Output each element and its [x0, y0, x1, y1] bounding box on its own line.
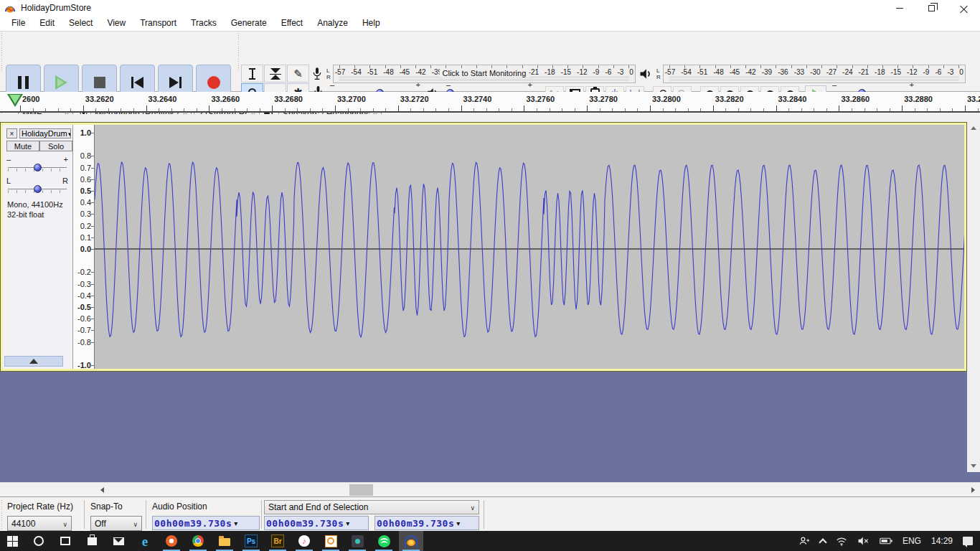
timeline-major-tick: [776, 105, 777, 111]
audio-position-field[interactable]: 00h00m39.730s: [152, 516, 260, 530]
taskbar-spotify[interactable]: [372, 531, 396, 551]
ruler-gap: [0, 114, 980, 122]
selection-mode-dropdown[interactable]: Start and End of Selection: [264, 500, 479, 514]
scroll-up-button[interactable]: [967, 122, 980, 134]
horizontal-scrollbar[interactable]: [0, 482, 980, 496]
amplitude-scale-tick: [91, 319, 94, 319]
minimize-icon: [896, 8, 903, 9]
timeline-major-tick: [272, 105, 273, 111]
mute-button[interactable]: Mute: [6, 141, 39, 151]
project-rate-dropdown[interactable]: 44100: [7, 516, 72, 531]
timeline-label: 33.2620: [85, 95, 114, 103]
menu-file[interactable]: File: [4, 16, 32, 31]
transport-grabber[interactable]: [1, 33, 4, 72]
timeline-label: 33.2680: [274, 95, 303, 103]
vertical-scale-ruler[interactable]: 1.00.80.70.60.50.40.30.20.10.0-0.2-0.3-0…: [73, 125, 95, 369]
track-close-button[interactable]: ×: [6, 128, 17, 138]
language-indicator[interactable]: ENG: [903, 536, 921, 546]
edge-icon: e: [142, 534, 148, 548]
timeline-label: 33.2820: [715, 95, 744, 103]
solo-button[interactable]: Solo: [39, 141, 72, 151]
track-title-dropdown[interactable]: HolidayDrum: [19, 128, 71, 138]
start-button[interactable]: [0, 531, 24, 551]
taskbar-photoshop[interactable]: Ps: [239, 531, 263, 551]
search-button[interactable]: [27, 531, 51, 551]
timeline-label: 33.2780: [589, 95, 618, 103]
menu-transport[interactable]: Transport: [133, 16, 184, 31]
battery-icon[interactable]: [880, 537, 892, 545]
taskbar-browser-orange[interactable]: [159, 531, 184, 551]
scroll-down-button[interactable]: [967, 460, 980, 472]
amplitude-scale-tick: [91, 214, 94, 215]
taskbar-file-explorer[interactable]: [212, 531, 237, 551]
draw-tool-button[interactable]: ✎: [287, 65, 309, 83]
timeline-label: 2600: [22, 95, 39, 103]
selection-toolbar-grabber[interactable]: [1, 500, 4, 529]
selection-tool-button[interactable]: [241, 65, 263, 83]
timeline-label: 33.2640: [149, 95, 177, 103]
gain-thumb[interactable]: [34, 164, 42, 171]
menu-bar: FileEditSelectViewTransportTracksGenerat…: [0, 16, 980, 32]
menu-analyze[interactable]: Analyze: [310, 16, 355, 31]
menu-select[interactable]: Select: [62, 16, 100, 31]
tray-clock[interactable]: 14:29: [931, 536, 953, 546]
timeline-major-tick: [524, 105, 524, 111]
taskbar-edge[interactable]: e: [133, 531, 157, 551]
playback-meter-toolbar[interactable]: LR -57-54-51-48-45-42-39-36-33-30-27-24-…: [639, 65, 966, 83]
taskbar-audacity[interactable]: [399, 531, 423, 551]
pan-slider[interactable]: L R: [8, 182, 67, 197]
scroll-left-button[interactable]: [95, 483, 109, 497]
menu-edit[interactable]: Edit: [32, 16, 62, 31]
restore-button[interactable]: [915, 0, 948, 16]
close-button[interactable]: [948, 0, 980, 16]
action-center-icon[interactable]: [963, 537, 973, 545]
monitoring-hint[interactable]: Click to Start Monitoring: [440, 69, 529, 77]
minimize-button[interactable]: [883, 0, 915, 16]
track-collapse-button[interactable]: [4, 356, 63, 367]
menu-view[interactable]: View: [100, 16, 133, 31]
menu-help[interactable]: Help: [355, 16, 387, 31]
timeline-ruler[interactable]: 260033.262033.264033.266033.268033.27003…: [0, 92, 980, 113]
recording-meter-toolbar[interactable]: LR -57-54-51-48-45-42-39-36-33-30-27-24-…: [311, 65, 636, 83]
record-meter-left-label: L: [326, 67, 331, 74]
people-icon[interactable]: [798, 536, 810, 546]
wifi-icon[interactable]: [836, 537, 847, 546]
envelope-tool-button[interactable]: [264, 65, 286, 83]
taskbar-phone-app[interactable]: [345, 531, 369, 551]
amplitude-scale-label: 0.0: [80, 245, 91, 253]
gain-slider[interactable]: – +: [8, 161, 67, 175]
amplitude-scale-label: -0.6: [77, 314, 91, 323]
taskbar-music-app[interactable]: ♪: [292, 531, 316, 551]
folder-icon: [219, 538, 230, 546]
menu-generate[interactable]: Generate: [224, 16, 274, 31]
audacity-window: HolidayDrumStore FileEditSelectViewTrans…: [0, 0, 980, 551]
amplitude-scale-tick: [91, 156, 94, 156]
scroll-right-button[interactable]: [966, 483, 980, 497]
taskbar-chrome[interactable]: [186, 531, 210, 551]
selection-start-field[interactable]: 00h00m39.730s: [264, 516, 369, 530]
volume-muted-icon[interactable]: [857, 536, 870, 546]
scroll-up-icon: [971, 126, 976, 130]
horizontal-scroll-thumb[interactable]: [349, 484, 373, 496]
vertical-scrollbar[interactable]: [967, 122, 980, 472]
photoshop-icon: Ps: [245, 534, 258, 547]
audio-position-label: Audio Position: [152, 501, 207, 512]
play-speed-minus: –: [832, 80, 837, 89]
taskbar-alarms[interactable]: [319, 531, 343, 551]
clock-app-icon: [325, 535, 337, 547]
taskbar-bridge[interactable]: Br: [265, 531, 290, 551]
close-icon: [960, 4, 968, 12]
taskbar-mail[interactable]: [106, 531, 131, 551]
pan-thumb[interactable]: [34, 185, 42, 193]
taskbar-store[interactable]: [80, 531, 104, 551]
menu-effect[interactable]: Effect: [274, 16, 310, 31]
waveform-view[interactable]: [95, 125, 964, 369]
timeline-major-tick: [461, 105, 462, 111]
task-view-button[interactable]: [53, 531, 77, 551]
timefield-arrow-icon: [234, 518, 237, 528]
output-volume-plus: +: [528, 80, 532, 89]
snap-to-dropdown[interactable]: Off: [90, 516, 142, 531]
selection-end-field[interactable]: 00h00m39.730s: [374, 516, 479, 530]
menu-tracks[interactable]: Tracks: [184, 16, 224, 31]
tray-expand-icon[interactable]: [819, 538, 826, 546]
